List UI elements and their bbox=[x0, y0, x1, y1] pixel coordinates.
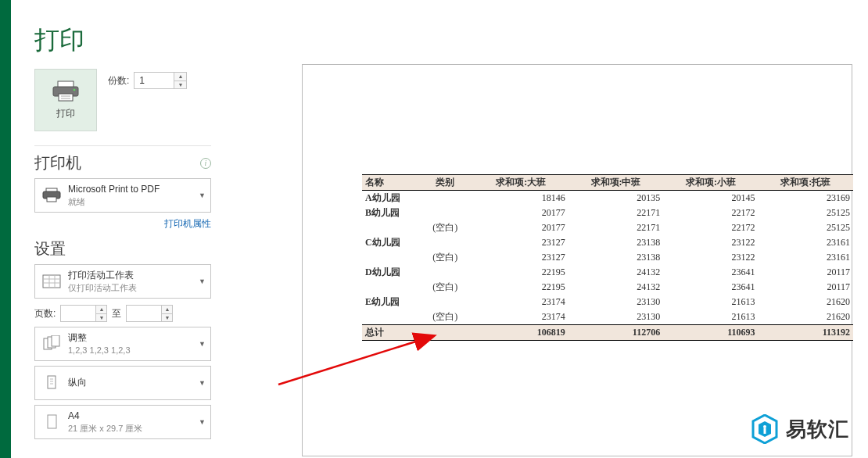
svg-rect-3 bbox=[59, 94, 73, 101]
print-button-label: 打印 bbox=[56, 107, 75, 120]
print-settings-panel: 打印 打印 份数: 1 ▲ ▼ 打印机 bbox=[11, 0, 230, 458]
cell-value: 23130 bbox=[569, 310, 663, 325]
copies-value[interactable]: 1 bbox=[135, 73, 174, 88]
table-header: 类别 bbox=[417, 175, 473, 191]
svg-point-2 bbox=[74, 88, 76, 91]
scope-sub: 仅打印活动工作表 bbox=[68, 282, 194, 293]
preview-page: 名称类别求和项:大班求和项:中班求和项:小班求和项:托班 A幼儿园1814620… bbox=[302, 64, 852, 456]
table-row: (空白)20177221712217225125 bbox=[362, 220, 853, 235]
paper-size-select[interactable]: A4 21 厘米 x 29.7 厘米 ▼ bbox=[34, 405, 211, 439]
cell-value: 23130 bbox=[569, 295, 663, 310]
table-header: 求和项:小班 bbox=[663, 175, 758, 191]
copies-stepper[interactable]: 1 ▲ ▼ bbox=[134, 72, 187, 89]
settings-section-title: 设置 bbox=[34, 238, 230, 259]
branding-logo: 易软汇 bbox=[751, 414, 849, 444]
page-to-value[interactable] bbox=[127, 306, 161, 321]
printer-name: Microsoft Print to PDF bbox=[68, 184, 194, 196]
cell-value: 23122 bbox=[663, 235, 758, 250]
cell-value: 23641 bbox=[663, 280, 758, 295]
copies-up-button[interactable]: ▲ bbox=[174, 73, 186, 81]
total-blank bbox=[417, 325, 473, 341]
svg-point-25 bbox=[763, 425, 766, 428]
table-row: B幼儿园20177221712217225125 bbox=[362, 206, 853, 220]
copies-label: 份数: bbox=[108, 74, 129, 88]
total-label: 总计 bbox=[362, 325, 417, 341]
cell-category bbox=[417, 235, 473, 250]
page-to-down[interactable]: ▼ bbox=[161, 314, 172, 322]
cell-value: 25125 bbox=[759, 220, 853, 235]
cell-name: D幼儿园 bbox=[362, 265, 417, 280]
copies-down-button[interactable]: ▼ bbox=[174, 81, 186, 89]
cell-value: 22172 bbox=[663, 206, 758, 220]
pages-to-label: 至 bbox=[112, 307, 121, 320]
cell-value: 21613 bbox=[663, 295, 758, 310]
pivot-table: 名称类别求和项:大班求和项:中班求和项:小班求和项:托班 A幼儿园1814620… bbox=[362, 174, 853, 341]
svg-rect-17 bbox=[48, 376, 56, 388]
logo-text: 易软汇 bbox=[786, 416, 849, 443]
logo-icon bbox=[751, 414, 778, 444]
printer-icon bbox=[52, 81, 80, 102]
cell-value: 20135 bbox=[569, 191, 663, 206]
info-icon[interactable]: i bbox=[200, 158, 211, 169]
cell-value: 20117 bbox=[759, 280, 853, 295]
table-total-row: 总计106819112706110693113192 bbox=[362, 325, 853, 341]
divider bbox=[34, 145, 211, 146]
chevron-down-icon: ▼ bbox=[199, 418, 206, 426]
page-from-up[interactable]: ▲ bbox=[95, 306, 106, 314]
print-scope-select[interactable]: 打印活动工作表 仅打印活动工作表 ▼ bbox=[34, 264, 211, 299]
page-from-stepper[interactable]: ▲ ▼ bbox=[60, 305, 107, 322]
cell-value: 21620 bbox=[759, 310, 853, 325]
printer-device-icon bbox=[41, 185, 62, 206]
printer-properties-link[interactable]: 打印机属性 bbox=[34, 217, 211, 231]
cell-value: 23138 bbox=[569, 250, 663, 265]
table-header: 求和项:大班 bbox=[473, 175, 568, 191]
orientation-main: 纵向 bbox=[68, 377, 194, 389]
cell-value: 22195 bbox=[473, 280, 568, 295]
portrait-icon bbox=[41, 373, 62, 393]
table-header: 求和项:托班 bbox=[759, 175, 853, 191]
page-icon bbox=[41, 412, 62, 432]
page-to-up[interactable]: ▲ bbox=[161, 306, 172, 314]
page-title: 打印 bbox=[34, 23, 230, 58]
page-from-value[interactable] bbox=[61, 306, 95, 321]
cell-value: 18146 bbox=[473, 191, 568, 206]
cell-category bbox=[417, 295, 473, 310]
cell-category: (空白) bbox=[417, 280, 473, 295]
cell-value: 23127 bbox=[473, 250, 568, 265]
cell-value: 23174 bbox=[473, 310, 568, 325]
collate-main: 调整 bbox=[68, 332, 194, 345]
cell-category: (空白) bbox=[417, 310, 473, 325]
paper-sub: 21 厘米 x 29.7 厘米 bbox=[68, 423, 194, 434]
cell-value: 22195 bbox=[473, 265, 568, 280]
cell-value: 25125 bbox=[759, 206, 853, 220]
table-header: 求和项:中班 bbox=[569, 175, 663, 191]
cell-category bbox=[417, 191, 473, 206]
printer-section-title: 打印机 bbox=[34, 152, 81, 174]
printer-select[interactable]: Microsoft Print to PDF 就绪 ▼ bbox=[34, 178, 211, 213]
cell-name bbox=[362, 280, 417, 295]
print-button[interactable]: 打印 bbox=[34, 69, 97, 131]
svg-rect-16 bbox=[52, 335, 59, 346]
cell-value: 23174 bbox=[473, 295, 568, 310]
page-from-down[interactable]: ▼ bbox=[95, 314, 106, 322]
total-value: 112706 bbox=[569, 325, 663, 341]
cell-value: 20117 bbox=[759, 265, 853, 280]
total-value: 113192 bbox=[759, 325, 853, 341]
cell-value: 23161 bbox=[759, 250, 853, 265]
worksheet-icon bbox=[41, 271, 62, 292]
collate-select[interactable]: 调整 1,2,3 1,2,3 1,2,3 ▼ bbox=[34, 327, 211, 361]
cell-value: 23641 bbox=[663, 265, 758, 280]
cell-value: 22171 bbox=[569, 220, 663, 235]
cell-value: 24132 bbox=[569, 280, 663, 295]
cell-value: 23169 bbox=[759, 191, 853, 206]
table-row: A幼儿园18146201352014523169 bbox=[362, 191, 853, 206]
table-header: 名称 bbox=[362, 175, 417, 191]
page-to-stepper[interactable]: ▲ ▼ bbox=[126, 305, 173, 322]
svg-rect-9 bbox=[43, 275, 60, 288]
cell-value: 20177 bbox=[473, 220, 568, 235]
cell-value: 20145 bbox=[663, 191, 758, 206]
cell-name: E幼儿园 bbox=[362, 295, 417, 310]
cell-value: 22171 bbox=[569, 206, 663, 220]
backstage-accent-strip bbox=[0, 0, 11, 458]
orientation-select[interactable]: 纵向 ▼ bbox=[34, 366, 211, 400]
